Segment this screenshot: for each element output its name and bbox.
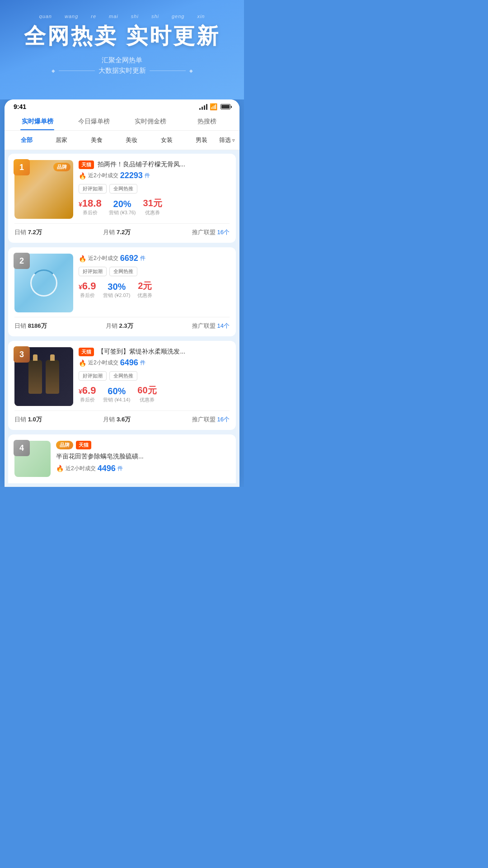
subtitle2: ◆ 大数据实时更新 ◆	[9, 66, 235, 75]
price-label-2: 券后价	[79, 292, 96, 299]
tab-today-explosion[interactable]: 今日爆单榜	[66, 112, 122, 130]
alliance-1: 16个	[217, 229, 230, 236]
tag-1-1: 好评如潮	[79, 184, 107, 193]
coupon-3: 60元	[137, 384, 156, 396]
tag-1-2: 全网热推	[109, 184, 137, 193]
product-list: 1 品牌 天猫 拍两件！良品铺子柠檬无骨凤... 🔥 近2小时成交 22293 …	[5, 150, 239, 487]
category-bar: 全部 居家 美食 美妆 女装 男装 筛选 ▿	[5, 131, 239, 150]
hot-label-1: 近2小时成交	[88, 172, 118, 179]
hot-num-2: 6692	[120, 254, 138, 263]
cat-all[interactable]: 全部	[9, 134, 44, 146]
tab-hot-search[interactable]: 热搜榜	[178, 112, 235, 130]
rank-badge-1: 1	[14, 159, 30, 175]
status-bar: 9:41 📶	[5, 99, 239, 112]
daily-sales-2: 8186万	[28, 322, 47, 329]
cat-mens[interactable]: 男装	[184, 134, 220, 146]
header-section: quan wang re mai shi shi geng xin 全网热卖 实…	[0, 0, 244, 99]
cat-food[interactable]: 美食	[79, 134, 114, 146]
commission-sub-1: 营销 (¥3.76)	[109, 209, 136, 216]
commission-3: 60%	[103, 386, 130, 396]
fire-icon-1: 🔥	[79, 172, 86, 179]
wifi-icon: 📶	[210, 103, 217, 110]
product-item-2[interactable]: 2 🔥 近2小时成交 6692 件 好评如潮 全网热推	[8, 247, 236, 336]
fire-icon-3: 🔥	[79, 359, 86, 367]
signal-icon	[199, 104, 207, 110]
hot-unit-2: 件	[140, 255, 145, 262]
tag-2-1: 好评如潮	[79, 267, 107, 276]
coupon-label-1: 优惠券	[143, 209, 162, 216]
pinyin-decoration: quan wang re mai shi shi geng xin	[9, 14, 235, 19]
product-item-1[interactable]: 1 品牌 天猫 拍两件！良品铺子柠檬无骨凤... 🔥 近2小时成交 22293 …	[8, 154, 236, 243]
coupon-label-2: 优惠券	[137, 292, 152, 299]
tag-3-1: 好评如潮	[79, 371, 107, 381]
commission-sub-2: 营销 (¥2.07)	[103, 292, 130, 299]
commission-2: 30%	[103, 282, 130, 292]
commission-sub-3: 营销 (¥4.14)	[103, 396, 130, 403]
brand-tag-1: 品牌	[53, 163, 70, 171]
tag-2-2: 全网热推	[109, 267, 137, 276]
rank-badge-2: 2	[14, 253, 30, 269]
daily-sales-1: 7.2万	[28, 229, 42, 236]
subtitle1: 汇聚全网热单	[9, 56, 235, 65]
phone-mockup: 9:41 📶 实时爆单榜 今日爆单榜 实时佣金榜 热搜榜	[5, 99, 239, 487]
coupon-1: 31元	[143, 197, 162, 209]
battery-icon	[221, 104, 230, 109]
filter-button[interactable]: 筛选 ▿	[219, 136, 235, 144]
price-1: ¥18.8	[79, 198, 102, 209]
tab-realtime-explosion[interactable]: 实时爆单榜	[9, 112, 66, 130]
commission-1: 20%	[109, 199, 136, 209]
main-title: 全网热卖 实时更新	[9, 22, 235, 51]
hot-unit-3: 件	[140, 359, 145, 367]
coupon-2: 2元	[137, 280, 152, 292]
cat-womens[interactable]: 女装	[149, 134, 184, 146]
product-item-4[interactable]: 4 品牌 天猫 半亩花田苦参除螨皂洗脸硫磺... 🔥 近2小时成交 4496 件	[8, 434, 236, 483]
price-label-3: 券后价	[79, 396, 96, 403]
product-name-1: 拍两件！良品铺子柠檬无骨凤...	[98, 160, 185, 168]
coupon-label-3: 优惠券	[137, 396, 156, 403]
monthly-sales-3: 3.6万	[117, 416, 131, 423]
hot-unit-1: 件	[145, 172, 150, 179]
fire-icon-2: 🔥	[79, 255, 86, 262]
hot-label-2: 近2小时成交	[88, 255, 118, 262]
time: 9:41	[14, 103, 26, 110]
hot-label-3: 近2小时成交	[88, 359, 118, 367]
cat-home[interactable]: 居家	[44, 134, 80, 146]
rank-badge-4: 4	[14, 440, 30, 456]
status-icons: 📶	[199, 103, 230, 110]
alliance-2: 14个	[217, 322, 230, 329]
rank-badge-3: 3	[14, 346, 30, 363]
price-3: ¥6.9	[79, 385, 96, 396]
platform-badge-1: 天猫	[79, 160, 94, 169]
hot-num-3: 6496	[120, 358, 138, 368]
product-name-3: 【可签到】紫缇补水柔顺洗发...	[98, 348, 185, 355]
tab-realtime-commission[interactable]: 实时佣金榜	[122, 112, 178, 130]
hot-num-4: 4496	[98, 464, 116, 473]
monthly-sales-2: 2.3万	[119, 322, 133, 329]
hot-num-1: 22293	[120, 171, 143, 180]
platform-badge-4: 天猫	[76, 441, 91, 449]
brand-tag-4: 品牌	[56, 441, 73, 449]
main-tabs: 实时爆单榜 今日爆单榜 实时佣金榜 热搜榜	[5, 112, 239, 131]
tag-3-2: 全网热推	[109, 371, 137, 381]
product-item-3[interactable]: 3 天猫 【可签到】紫缇补水柔顺洗发... 🔥 近2小时成交 6496 件 好评…	[8, 341, 236, 430]
price-2: ¥6.9	[79, 280, 96, 292]
platform-badge-3: 天猫	[79, 348, 94, 356]
product-name-4: 半亩花田苦参除螨皂洗脸硫磺...	[56, 452, 230, 461]
monthly-sales-1: 7.2万	[117, 229, 131, 236]
price-label-1: 券后价	[79, 209, 102, 216]
cat-beauty[interactable]: 美妆	[114, 134, 150, 146]
alliance-3: 16个	[217, 416, 230, 423]
daily-sales-3: 1.0万	[28, 416, 42, 423]
